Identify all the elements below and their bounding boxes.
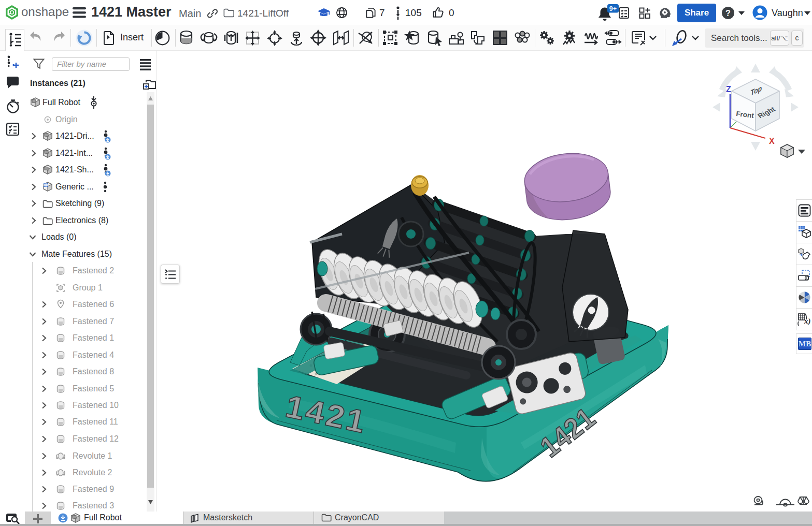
svg-text:9+: 9+ <box>609 5 617 12</box>
svg-text:X: X <box>769 137 775 145</box>
svg-text:Z: Z <box>726 85 731 94</box>
svg-text:?: ? <box>725 9 731 18</box>
svg-text:x): x) <box>804 317 811 326</box>
